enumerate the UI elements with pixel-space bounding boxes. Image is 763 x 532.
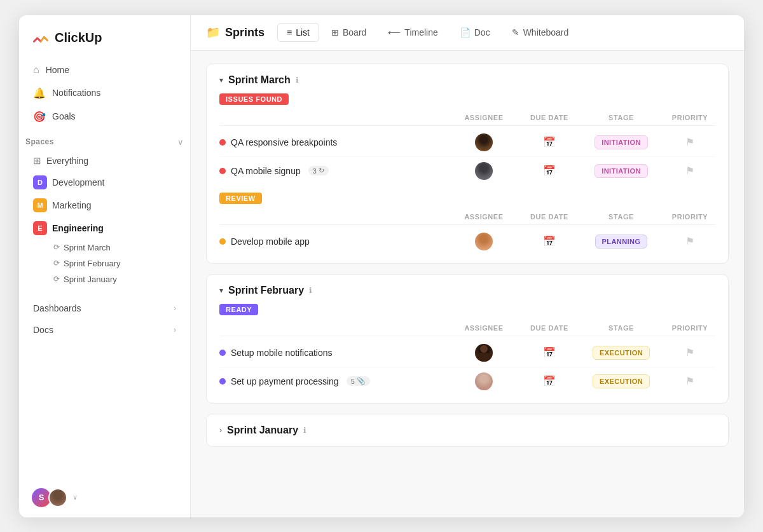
goals-icon: 🎯 (33, 111, 46, 123)
stage-col-header: STAGE (583, 213, 659, 221)
sidebar-item-home-label: Home (46, 65, 69, 75)
sidebar-user-row[interactable]: S ∨ (19, 478, 190, 517)
priority-cell: ⚑ (664, 375, 715, 387)
spaces-section-header: Spaces ∨ (19, 128, 190, 151)
home-icon: ⌂ (33, 64, 39, 76)
sidebar-item-goals[interactable]: 🎯 Goals (27, 105, 182, 128)
issues-table-header: ASSIGNEE DUE DATE STAGE PRIORITY (219, 110, 715, 126)
task-col-header (219, 324, 447, 332)
task-row[interactable]: Develop mobile app 📅 PLANNING ⚑ (219, 228, 715, 256)
tab-timeline-label: Timeline (404, 27, 437, 38)
sprint-february-icon: ⟳ (53, 259, 60, 268)
date-cell: 📅 (521, 165, 578, 177)
sidebar-sprint-january-label: Sprint January (64, 275, 117, 284)
tab-doc[interactable]: 📄 Doc (450, 23, 500, 42)
priority-col-header: PRIORITY (664, 213, 715, 221)
task-name: Set up payment processing (231, 376, 339, 386)
list-tab-icon: ≡ (287, 27, 292, 38)
sidebar-logo: ClickUp (19, 15, 190, 58)
avatar (475, 162, 493, 180)
sidebar-item-marketing[interactable]: M Marketing (27, 194, 182, 217)
duedate-col-header: DUE DATE (521, 213, 578, 221)
stage-cell: EXECUTION (583, 374, 659, 388)
duedate-col-header: DUE DATE (521, 114, 578, 121)
tab-timeline[interactable]: ⟵ Timeline (378, 23, 447, 42)
calendar-icon: 📅 (543, 165, 556, 177)
task-row[interactable]: QA mobile signup 3 ↻ 📅 (219, 157, 715, 185)
sprint-january-toggle[interactable]: › (219, 426, 222, 435)
assignee-cell (452, 162, 516, 180)
engineering-space-dot: E (33, 221, 47, 235)
task-badge: 3 ↻ (308, 166, 329, 175)
app-logo-text: ClickUp (55, 31, 102, 45)
stage-col-header: STAGE (583, 324, 659, 332)
priority-cell: ⚑ (664, 235, 715, 247)
tab-whiteboard-label: Whiteboard (523, 27, 569, 38)
sprint-february-toggle[interactable]: ▾ (219, 286, 223, 295)
task-row[interactable]: Set up payment processing 5 📎 📅 (219, 367, 715, 395)
tab-board[interactable]: ⊞ Board (322, 23, 376, 42)
stage-cell: INITIATION (583, 135, 659, 149)
sprint-march-issues-group: ISSUES FOUND ASSIGNEE DUE DATE STAGE PRI… (207, 93, 728, 193)
task-name-cell: Set up payment processing 5 📎 (219, 376, 447, 386)
date-cell: 📅 (521, 346, 578, 358)
marketing-space-dot: M (33, 198, 47, 212)
sidebar-item-marketing-label: Marketing (52, 200, 91, 210)
sprint-january-info-icon: ℹ (303, 426, 306, 435)
stage-badge: EXECUTION (593, 346, 650, 360)
priority-col-header: PRIORITY (664, 114, 715, 121)
task-col-header (219, 213, 447, 221)
sidebar-sprint-january[interactable]: ⟳ Sprint January (47, 271, 175, 287)
badge-count: 3 (313, 167, 317, 175)
spaces-list: ⊞ Everything D Development M Marketing E… (19, 151, 190, 287)
stage-badge: EXECUTION (593, 374, 650, 388)
badge-refresh-icon: ↻ (319, 167, 324, 175)
task-name: QA mobile signup (231, 166, 301, 176)
sidebar-sprint-february[interactable]: ⟳ Sprint February (47, 256, 175, 271)
everything-icon: ⊞ (33, 155, 41, 167)
sidebar-sprint-march[interactable]: ⟳ Sprint March (47, 240, 175, 256)
sidebar-item-engineering[interactable]: E Engineering (27, 217, 182, 240)
docs-chevron-icon: › (174, 325, 176, 334)
sprint-card-february: ▾ Sprint February ℹ READY ASSIGNEE DUE D… (206, 274, 729, 404)
task-dot-purple (219, 378, 226, 385)
task-name: QA responsive breakpoints (231, 137, 337, 147)
spaces-chevron-icon[interactable]: ∨ (177, 137, 184, 147)
flag-icon: ⚑ (685, 346, 694, 358)
avatar (475, 233, 493, 250)
task-row[interactable]: QA responsive breakpoints 📅 INITIATION (219, 128, 715, 157)
sprint-march-header: ▾ Sprint March ℹ (207, 64, 728, 93)
date-cell: 📅 (521, 136, 578, 148)
calendar-icon: 📅 (543, 235, 556, 247)
sidebar-item-engineering-label: Engineering (52, 223, 104, 233)
tab-doc-label: Doc (474, 27, 490, 38)
sprint-february-title: Sprint February (228, 285, 304, 296)
user-avatar-img (48, 488, 67, 507)
folder-icon: 📁 (206, 25, 220, 39)
task-name: Setup mobile notifications (231, 348, 333, 358)
sidebar-item-everything[interactable]: ⊞ Everything (27, 151, 182, 171)
flag-icon: ⚑ (685, 375, 694, 387)
tab-list[interactable]: ≡ List (277, 23, 319, 42)
sprint-march-icon: ⟳ (53, 243, 60, 252)
avatar (475, 372, 493, 390)
task-row[interactable]: Setup mobile notifications 📅 (219, 339, 715, 367)
sidebar-item-notifications[interactable]: 🔔 Notifications (27, 81, 182, 105)
date-cell: 📅 (521, 235, 578, 247)
stage-badge: INITIATION (595, 135, 648, 149)
sidebar-item-docs[interactable]: Docs › (27, 319, 182, 341)
sprint-march-toggle[interactable]: ▾ (219, 76, 223, 85)
sprint-march-info-icon: ℹ (296, 76, 299, 85)
issues-found-badge: ISSUES FOUND (219, 93, 289, 105)
sidebar-sprint-march-label: Sprint March (64, 243, 111, 252)
stage-cell: INITIATION (583, 164, 659, 178)
header-tabs: ≡ List ⊞ Board ⟵ Timeline 📄 Doc ✎ Whi (277, 23, 578, 42)
assignee-col-header: ASSIGNEE (452, 114, 516, 121)
sidebar-item-dashboards[interactable]: Dashboards › (27, 297, 182, 319)
stage-col-header: STAGE (583, 114, 659, 121)
ready-table-header: ASSIGNEE DUE DATE STAGE PRIORITY (219, 320, 715, 336)
sidebar-item-development[interactable]: D Development (27, 171, 182, 194)
tab-whiteboard[interactable]: ✎ Whiteboard (502, 23, 579, 42)
sidebar-item-home[interactable]: ⌂ Home (27, 58, 182, 81)
clickup-logo-icon (32, 29, 50, 47)
